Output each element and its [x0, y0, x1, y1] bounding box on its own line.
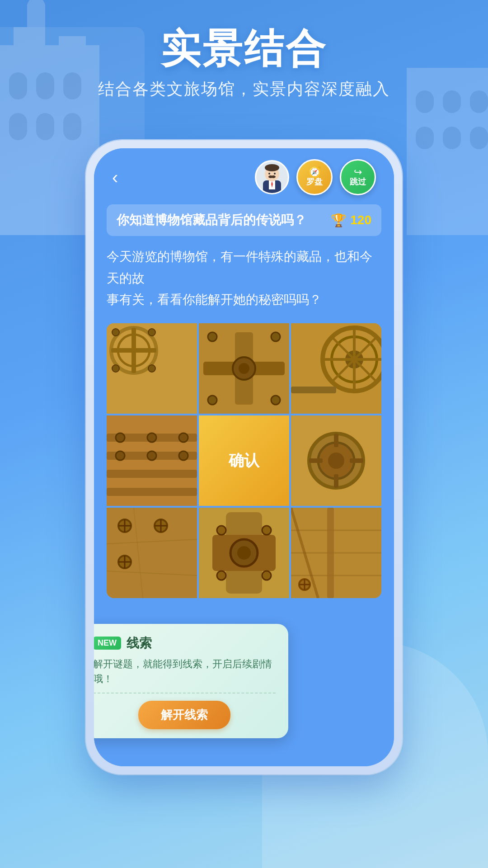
- svg-point-23: [265, 164, 279, 171]
- skip-icon: ↪: [354, 167, 362, 177]
- compass-icon: 🧭: [309, 167, 321, 177]
- puzzle-cell-8[interactable]: [199, 508, 289, 598]
- skip-button[interactable]: ↪ 跳过: [340, 159, 376, 195]
- svg-point-33: [112, 329, 119, 336]
- svg-point-62: [179, 433, 188, 442]
- topbar-right: 🧭 罗盘 ↪ 跳过: [255, 159, 376, 195]
- trophy-icon: 🏆: [331, 213, 347, 228]
- svg-rect-15: [416, 127, 434, 149]
- svg-rect-17: [470, 127, 488, 149]
- svg-point-61: [147, 433, 156, 442]
- back-button[interactable]: ‹: [112, 168, 118, 186]
- svg-rect-16: [443, 127, 461, 149]
- phone-outer-frame: ‹: [86, 140, 402, 774]
- puzzle-cell-2[interactable]: [199, 323, 289, 414]
- clue-card: NEW 线索 解开谜题，就能得到线索，开启后续剧情哦！ 解开线索: [94, 624, 288, 738]
- svg-rect-54: [291, 387, 336, 393]
- svg-rect-71: [334, 474, 338, 488]
- svg-rect-46: [291, 323, 381, 414]
- description-text: 今天游览的博物馆，有一件特殊的藏品，也和今天的故事有关，看看你能解开她的秘密吗吗…: [107, 246, 381, 311]
- avatar: [255, 160, 289, 194]
- svg-rect-104: [327, 508, 334, 598]
- svg-rect-59: [107, 488, 197, 496]
- svg-rect-32: [131, 328, 136, 373]
- svg-rect-58: [107, 470, 197, 478]
- svg-point-41: [239, 363, 249, 374]
- svg-point-45: [271, 396, 280, 405]
- svg-point-93: [262, 526, 271, 535]
- clue-description: 解开谜题，就能得到线索，开启后续剧情哦！: [94, 656, 276, 693]
- new-badge: NEW: [94, 637, 121, 650]
- svg-point-42: [208, 332, 217, 341]
- score-area: 🏆 120: [331, 213, 371, 228]
- confirm-text: 确认: [229, 450, 259, 471]
- score-value: 120: [350, 213, 371, 227]
- svg-rect-73: [350, 458, 363, 463]
- svg-point-36: [148, 365, 155, 372]
- phone-screen: ‹: [94, 148, 394, 766]
- svg-point-91: [237, 546, 251, 560]
- confirm-button[interactable]: 确认: [199, 415, 289, 506]
- svg-point-94: [217, 571, 226, 580]
- puzzle-cell-3[interactable]: [291, 323, 381, 414]
- svg-point-60: [116, 433, 125, 442]
- puzzle-grid: 确认: [107, 323, 381, 598]
- unlock-button[interactable]: 解开线索: [138, 701, 230, 729]
- compass-label: 罗盘: [306, 177, 323, 187]
- svg-point-34: [148, 329, 155, 336]
- compass-button[interactable]: 🧭 罗盘: [296, 159, 333, 195]
- clue-title: 线索: [127, 635, 152, 652]
- question-text: 你知道博物馆藏品背后的传说吗？: [117, 212, 306, 229]
- svg-point-27: [274, 173, 276, 175]
- svg-point-43: [271, 332, 280, 341]
- svg-point-95: [262, 571, 271, 580]
- puzzle-cell-6[interactable]: [291, 415, 381, 506]
- clue-card-spacer: NEW 线索 解开谜题，就能得到线索，开启后续剧情哦！ 解开线索: [94, 598, 394, 725]
- svg-rect-8: [9, 113, 27, 140]
- phone-mockup: ‹: [86, 140, 402, 774]
- puzzle-cell-1[interactable]: [107, 323, 197, 414]
- svg-rect-9: [36, 113, 54, 140]
- page-subtitle: 结合各类文旅场馆，实景内容深度融入: [0, 78, 488, 100]
- svg-rect-10: [63, 113, 81, 140]
- puzzle-cell-9[interactable]: [291, 508, 381, 598]
- svg-point-25: [271, 175, 276, 178]
- svg-rect-70: [334, 434, 338, 447]
- svg-point-63: [116, 451, 125, 460]
- phone-topbar: ‹: [94, 148, 394, 200]
- svg-marker-4: [27, 0, 45, 5]
- svg-point-35: [112, 365, 119, 372]
- svg-point-65: [179, 451, 188, 460]
- svg-point-92: [217, 526, 226, 535]
- skip-label: 跳过: [350, 177, 366, 187]
- puzzle-cell-7[interactable]: [107, 508, 197, 598]
- svg-point-69: [328, 453, 344, 469]
- svg-point-64: [147, 451, 156, 460]
- puzzle-cell-4[interactable]: [107, 415, 197, 506]
- svg-point-26: [268, 173, 270, 175]
- clue-card-header: NEW 线索: [94, 635, 276, 652]
- page-title: 实景结合: [0, 27, 488, 71]
- question-bar: 你知道博物馆藏品背后的传说吗？ 🏆 120: [107, 204, 381, 236]
- svg-rect-72: [309, 458, 323, 463]
- header-section: 实景结合 结合各类文旅场馆，实景内容深度融入: [0, 27, 488, 100]
- svg-point-44: [208, 396, 217, 405]
